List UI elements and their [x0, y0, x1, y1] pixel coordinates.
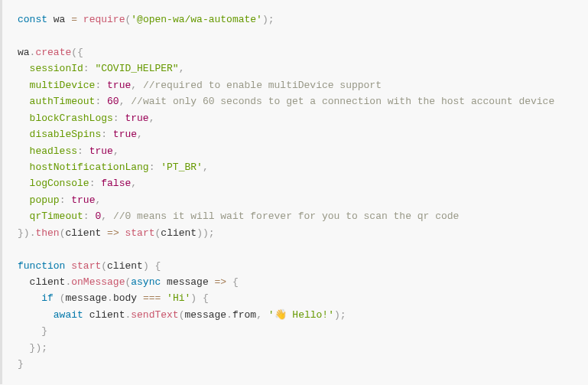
punct: ,: [179, 63, 185, 74]
punct: :: [83, 63, 89, 74]
punct: ): [334, 309, 340, 321]
punct: ;: [340, 309, 346, 321]
string: '👋 Hello!': [268, 309, 334, 321]
identifier: wa: [47, 14, 71, 25]
indent: [18, 80, 30, 91]
punct: (: [101, 260, 107, 272]
method: create: [35, 47, 71, 58]
indent: [18, 178, 30, 189]
number: 60: [107, 96, 119, 107]
method: then: [35, 227, 59, 239]
property: popup: [30, 194, 60, 206]
identifier: client: [161, 227, 197, 239]
punct: ,: [149, 113, 155, 124]
property-access: from: [232, 309, 256, 321]
punct: ,: [131, 80, 137, 91]
comment: //wait only 60 seconds to get a connecti…: [131, 96, 554, 107]
punct: ;: [41, 342, 47, 354]
param: message: [167, 276, 214, 288]
property: logConsole: [30, 178, 89, 189]
string: 'PT_BR': [161, 162, 203, 173]
function-call: start: [125, 227, 155, 239]
string: 'Hi': [167, 292, 190, 304]
property-access: body: [113, 292, 143, 304]
comment: //0 means it will wait forever for you t…: [113, 210, 459, 222]
identifier: client: [30, 276, 66, 288]
code-block: const wa = require('@open-wa/wa-automate…: [18, 11, 573, 373]
keyword-async: async: [131, 276, 161, 288]
indent: [18, 276, 30, 288]
punct: ): [197, 227, 203, 239]
punct: ): [190, 292, 197, 304]
indent: [18, 210, 30, 222]
property: hostNotificationLang: [30, 162, 149, 173]
keyword-function: function: [18, 260, 65, 272]
punct: (: [179, 309, 185, 321]
boolean: true: [125, 113, 148, 124]
property: qrTimeout: [30, 210, 83, 222]
string: '@open-wa/wa-automate': [131, 14, 262, 25]
punct: :: [113, 113, 119, 124]
punct: {: [77, 47, 83, 58]
indent: [18, 129, 30, 140]
boolean: true: [71, 194, 95, 206]
punct: ,: [203, 162, 209, 173]
punct: ,: [101, 210, 107, 222]
property: sessionId: [30, 63, 83, 74]
keyword-await: await: [54, 309, 83, 321]
indent: [18, 162, 30, 173]
punct: }: [18, 358, 24, 370]
string: "COVID_HELPER": [95, 63, 178, 74]
comment: //required to enable multiDevice support: [143, 80, 382, 91]
indent: [18, 309, 54, 321]
indent: [18, 292, 41, 304]
punct: ): [24, 227, 30, 239]
boolean: true: [107, 80, 131, 91]
punct: {: [203, 292, 209, 304]
keyword-if: if: [41, 292, 54, 304]
punct: ): [262, 14, 268, 25]
identifier: client: [89, 309, 125, 321]
punct: :: [101, 129, 107, 140]
punct: }: [18, 227, 24, 239]
property: headless: [30, 145, 77, 157]
operator: ===: [143, 292, 161, 304]
indent: [18, 63, 30, 74]
indent: [18, 194, 30, 206]
punct: {: [232, 276, 239, 288]
punct: ,: [95, 194, 101, 206]
boolean: false: [101, 178, 131, 189]
punct: {: [155, 260, 161, 272]
arrow: =>: [107, 227, 119, 239]
punct: ;: [268, 14, 275, 25]
boolean: true: [89, 145, 113, 157]
punct: :: [77, 145, 83, 157]
function-call: require: [77, 14, 125, 25]
arrow: =>: [215, 276, 227, 288]
param: client: [107, 260, 143, 272]
indent: [18, 113, 30, 124]
identifier: wa: [18, 47, 30, 58]
punct: ;: [209, 227, 215, 239]
punct: }: [41, 325, 47, 337]
operator: =: [71, 14, 77, 25]
property: multiDevice: [30, 80, 96, 91]
punct: ,: [131, 178, 137, 189]
property: disableSpins: [30, 129, 102, 140]
function-name: start: [71, 260, 101, 272]
indent: [18, 325, 41, 337]
boolean: true: [113, 129, 137, 140]
punct: (: [71, 47, 77, 58]
identifier: message: [185, 309, 227, 321]
property: blockCrashLogs: [30, 113, 113, 124]
indent: [18, 96, 30, 107]
param: client: [65, 227, 107, 239]
property: authTimeout: [30, 96, 96, 107]
punct: :: [83, 210, 89, 222]
keyword-const: const: [18, 14, 47, 25]
punct: ): [143, 260, 149, 272]
punct: ,: [113, 145, 119, 157]
indent: [18, 342, 30, 354]
punct: ,: [256, 309, 262, 321]
indent: [18, 145, 30, 157]
